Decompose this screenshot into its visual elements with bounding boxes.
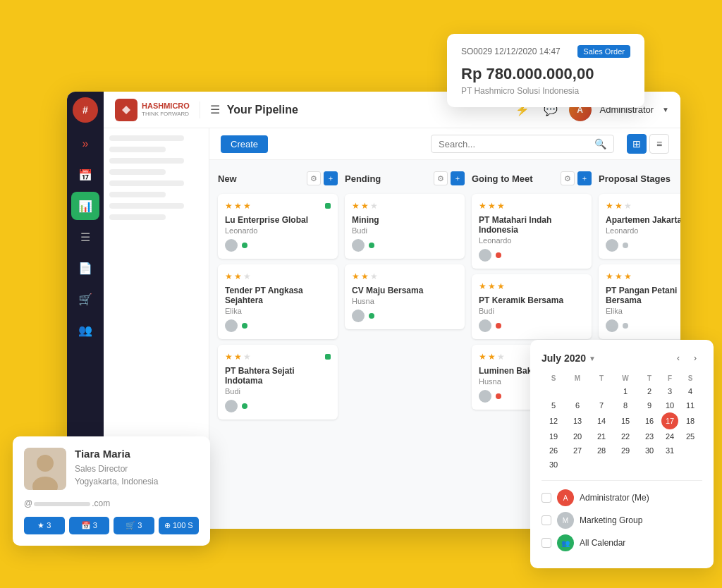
green-tag [325, 354, 331, 360]
cal-day[interactable]: 26 [542, 443, 565, 458]
cal-day[interactable]: 22 [613, 429, 637, 443]
sidebar-item-chart[interactable]: 📊 [71, 192, 99, 220]
cal-day[interactable]: 4 [678, 384, 702, 398]
column-header-proposal: Proposal Stages ⚙ + [599, 169, 680, 188]
card-name: Lu Enterprise Global [225, 215, 331, 225]
cal-next-button[interactable]: › [688, 351, 702, 365]
sidebar-item-document[interactable]: 📄 [71, 254, 99, 282]
cal-day[interactable]: 31 [661, 443, 678, 458]
col-add-going[interactable]: + [577, 171, 592, 185]
cal-day[interactable]: 28 [589, 443, 613, 458]
col-settings-pending[interactable]: ⚙ [434, 171, 448, 185]
cal-day[interactable]: 2 [637, 384, 661, 398]
cal-item-admin: A Administrator (Me) [542, 489, 702, 506]
popup-amount: Rp 780.000.000,00 [461, 65, 630, 83]
col-settings-new[interactable]: ⚙ [307, 171, 321, 185]
cal-day[interactable]: 7 [589, 398, 613, 412]
sales-order-badge: Sales Order [577, 45, 630, 58]
cal-day[interactable]: 15 [613, 412, 637, 429]
cal-day[interactable]: 11 [678, 398, 702, 412]
profile-actions: ★ 3 📅 3 🛒 3 ⊕ 100 S [24, 517, 199, 534]
cal-day[interactable]: 8 [613, 398, 637, 412]
card-avatar [479, 319, 491, 332]
sidebar-item-list[interactable]: ☰ [71, 223, 99, 251]
cal-day[interactable]: 30 [542, 458, 565, 472]
search-box[interactable]: 🔍 [431, 135, 614, 153]
card-avatar [479, 390, 491, 403]
card-tender-pt[interactable]: ★ ★ ★ Tender PT Angkasa Sejahtera Elika [218, 264, 338, 339]
cal-checkbox-all[interactable] [542, 538, 551, 548]
cal-day[interactable]: 29 [613, 443, 637, 458]
cal-day[interactable]: 10 [661, 398, 678, 412]
sidebar-item-people[interactable]: 👥 [71, 316, 99, 344]
cal-day[interactable]: 21 [589, 429, 613, 443]
col-add-new[interactable]: + [324, 171, 338, 185]
col-actions-new: ⚙ + [307, 171, 338, 185]
card-pt-pangan[interactable]: ★ ★ ★ PT Pangan Petani Bersama Elika [599, 264, 680, 339]
status-dot [623, 323, 628, 329]
cal-day-today[interactable]: 17 [661, 412, 678, 429]
card-avatar [225, 400, 238, 412]
card-mining[interactable]: ★ ★ ★ Mining Budi [345, 194, 465, 259]
cal-day[interactable]: 13 [565, 412, 589, 429]
stars-button[interactable]: ★ 3 [24, 517, 65, 534]
cal-day[interactable]: 18 [678, 412, 702, 429]
sidebar-item-arrows[interactable]: » [71, 130, 99, 158]
card-avatar [606, 319, 618, 332]
sidebar-item-shopping[interactable]: 🛒 [71, 285, 99, 313]
grid-view-button[interactable]: ⊞ [627, 134, 647, 154]
profile-location: Yogyakarta, Indonesia [75, 475, 158, 488]
card-sub: Elika [606, 307, 680, 315]
order-id: SO0029 12/12/2020 14:47 [461, 47, 561, 56]
cal-day[interactable]: 20 [565, 429, 589, 443]
cart-button[interactable]: 🛒 3 [114, 517, 154, 534]
list-view-button[interactable]: ≡ [649, 134, 669, 154]
cal-day[interactable]: 9 [637, 398, 661, 412]
col-settings-going[interactable]: ⚙ [561, 171, 575, 185]
hamburger-icon[interactable]: ☰ [210, 103, 220, 116]
status-dot [496, 252, 501, 258]
create-button[interactable]: Create [221, 135, 268, 153]
cal-day[interactable]: 14 [589, 412, 613, 429]
card-cv-maju[interactable]: ★ ★ ★ CV Maju Bersama Husna [345, 264, 465, 329]
cal-day[interactable]: 5 [542, 398, 565, 412]
cal-day-t1: T [589, 372, 613, 384]
kanban-column-new: New ⚙ + ★ ★ ★ Lu Enterprise Global Leona… [218, 169, 338, 496]
cal-day[interactable]: 30 [637, 443, 661, 458]
card-pt-bahtera[interactable]: ★ ★ ★ PT Bahtera Sejati Indotama Budi [218, 345, 338, 419]
popup-company: PT Hashmicro Solusi Indonesia [461, 86, 630, 96]
cal-dropdown-icon[interactable]: ▼ [589, 355, 596, 362]
cal-day[interactable]: 1 [613, 384, 637, 398]
cal-day[interactable]: 25 [678, 429, 702, 443]
cal-day[interactable]: 27 [565, 443, 589, 458]
score-button[interactable]: ⊕ 100 S [159, 517, 200, 534]
card-name: CV Maju Bersama [352, 286, 458, 295]
cal-checkbox-marketing[interactable] [542, 515, 551, 525]
card-lu-enterprise[interactable]: ★ ★ ★ Lu Enterprise Global Leonardo [218, 194, 338, 259]
cal-day[interactable]: 12 [542, 412, 565, 429]
cal-day[interactable]: 19 [542, 429, 565, 443]
user-dropdown-icon[interactable]: ▼ [662, 106, 669, 114]
cal-day[interactable]: 24 [661, 429, 678, 443]
col-add-pending[interactable]: + [451, 171, 465, 185]
cal-checkbox-admin[interactable] [542, 493, 551, 503]
card-apartemen[interactable]: ★ ★ ★ Apartemen Jakarta Barat Leonardo [599, 194, 680, 259]
cal-day[interactable]: 3 [661, 384, 678, 398]
cal-day[interactable]: 23 [637, 429, 661, 443]
card-pt-keramik[interactable]: ★ ★ ★ PT Keramik Bersama Budi [472, 274, 592, 339]
card-avatar [479, 249, 491, 262]
calendar-button[interactable]: 📅 3 [69, 517, 110, 534]
search-input[interactable] [439, 139, 594, 149]
profile-card: Tiara Maria Sales Director Yogyakarta, I… [13, 436, 210, 546]
sidebar-item-calendar[interactable]: 📅 [71, 161, 99, 189]
search-icon[interactable]: 🔍 [594, 138, 606, 149]
card-sub: Budi [352, 226, 458, 235]
cal-day[interactable]: 16 [637, 412, 661, 429]
cal-label-marketing: Marketing Group [580, 515, 642, 525]
app-logo[interactable]: # [73, 97, 98, 123]
card-pt-matahari[interactable]: ★ ★ ★ PT Matahari Indah Indonesia Leonar… [472, 194, 592, 269]
cal-day[interactable]: 6 [565, 398, 589, 412]
hashmicro-logo[interactable]: HASHMICRO THINK FORWARD [115, 99, 190, 121]
cal-prev-button[interactable]: ‹ [671, 351, 685, 365]
profile-email: @.com [24, 498, 199, 508]
